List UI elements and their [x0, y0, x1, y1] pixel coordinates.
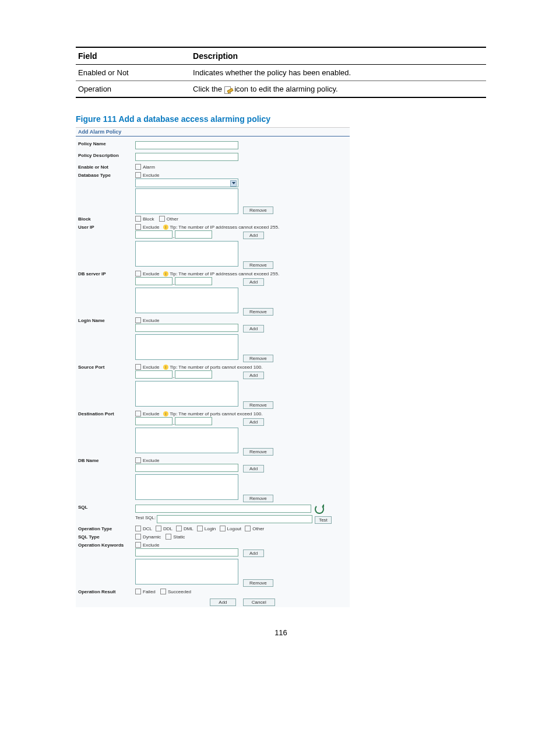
- block-other-checkbox[interactable]: [159, 216, 165, 222]
- label-db-server-ip: DB server IP: [76, 270, 133, 317]
- chevron-down-icon: [232, 182, 235, 184]
- op-kw-exclude-checkbox[interactable]: [135, 542, 141, 548]
- field-cell: Enabled or Not: [76, 65, 191, 81]
- chk-failed: Failed: [143, 589, 156, 594]
- source-port-to-input[interactable]: [175, 370, 212, 379]
- dynamic-checkbox[interactable]: [135, 534, 141, 540]
- optype-other-checkbox[interactable]: [245, 526, 251, 531]
- chk-succeeded: Succeeded: [168, 589, 191, 594]
- dest-port-exclude-checkbox[interactable]: [135, 411, 141, 416]
- label-dest-port: Destination Port: [76, 410, 133, 457]
- db-type-exclude-checkbox[interactable]: [135, 172, 141, 178]
- chk-exclude: Exclude: [143, 173, 159, 178]
- sql-input[interactable]: [135, 505, 311, 513]
- source-port-from-input[interactable]: [135, 370, 173, 379]
- label-login-name: Login Name: [76, 317, 133, 363]
- user-ip-add-button[interactable]: Add: [243, 232, 264, 239]
- login-name-list[interactable]: [135, 334, 238, 360]
- logout-checkbox[interactable]: [220, 526, 226, 531]
- chk-exclude: Exclude: [143, 542, 159, 548]
- chk-alarm: Alarm: [143, 164, 155, 170]
- desc-cell: Click the icon to edit the alarming poli…: [191, 81, 486, 98]
- chk-exclude: Exclude: [143, 365, 159, 370]
- test-sql-input[interactable]: [157, 515, 312, 523]
- label-sql-type: SQL Type: [76, 533, 133, 541]
- label-op-result: Operation Result: [76, 588, 133, 596]
- source-port-add-button[interactable]: Add: [243, 372, 264, 379]
- table-row: Enabled or Not Indicates whether the pol…: [76, 65, 486, 81]
- chk-exclude: Exclude: [143, 318, 159, 323]
- user-ip-from-input[interactable]: [135, 230, 173, 239]
- db-server-ip-to-input[interactable]: [175, 277, 212, 285]
- login-checkbox[interactable]: [197, 526, 203, 531]
- dest-port-add-button[interactable]: Add: [243, 418, 264, 426]
- db-name-add-button[interactable]: Add: [243, 465, 264, 473]
- table-row: Operation Click the icon to edit the ala…: [76, 81, 486, 98]
- db-server-ip-from-input[interactable]: [135, 277, 173, 285]
- test-button[interactable]: Test: [315, 516, 332, 524]
- form-add-button[interactable]: Add: [210, 598, 235, 606]
- login-name-input[interactable]: [135, 324, 238, 332]
- db-type-list[interactable]: [135, 188, 238, 214]
- tip-ip: Tip: The number of IP addresses cannot e…: [170, 225, 279, 230]
- db-server-ip-remove-button[interactable]: Remove: [243, 308, 273, 316]
- db-name-exclude-checkbox[interactable]: [135, 457, 141, 463]
- dest-port-remove-button[interactable]: Remove: [243, 448, 273, 456]
- source-port-remove-button[interactable]: Remove: [243, 401, 273, 409]
- chk-other: Other: [167, 216, 178, 222]
- field-description-table: Field Description Enabled or Not Indicat…: [76, 47, 486, 98]
- info-icon: i: [163, 411, 168, 416]
- dcl-checkbox[interactable]: [135, 526, 141, 531]
- label-policy-desc: Policy Description: [76, 152, 133, 163]
- alarm-checkbox[interactable]: [135, 164, 141, 170]
- user-ip-remove-button[interactable]: Remove: [243, 261, 273, 269]
- chk-dynamic: Dynamic: [143, 534, 161, 540]
- chk-dml: DML: [184, 526, 193, 531]
- dest-port-to-input[interactable]: [175, 417, 212, 425]
- label-source-port: Source Port: [76, 363, 133, 410]
- db-name-list[interactable]: [135, 474, 238, 500]
- static-checkbox[interactable]: [166, 534, 171, 540]
- chk-exclude: Exclude: [143, 458, 159, 463]
- dest-port-from-input[interactable]: [135, 417, 173, 425]
- dml-checkbox[interactable]: [176, 526, 182, 531]
- chk-logout: Logout: [227, 526, 241, 531]
- label-enable: Enable or Not: [76, 163, 133, 172]
- policy-desc-input[interactable]: [135, 153, 238, 161]
- op-kw-add-button[interactable]: Add: [243, 550, 264, 557]
- desc-cell: Indicates whether the policy has been en…: [191, 65, 486, 81]
- user-ip-list[interactable]: [135, 241, 238, 267]
- col-field: Field: [76, 47, 191, 65]
- succeeded-checkbox[interactable]: [160, 589, 166, 594]
- db-server-ip-add-button[interactable]: Add: [243, 278, 264, 286]
- db-type-remove-button[interactable]: Remove: [243, 206, 273, 214]
- chk-ddl: DDL: [163, 526, 173, 531]
- login-name-add-button[interactable]: Add: [243, 325, 264, 332]
- dest-port-list[interactable]: [135, 428, 238, 453]
- db-server-ip-exclude-checkbox[interactable]: [135, 271, 141, 276]
- op-kw-remove-button[interactable]: Remove: [243, 579, 273, 587]
- login-name-exclude-checkbox[interactable]: [135, 317, 141, 323]
- form-cancel-button[interactable]: Cancel: [243, 598, 275, 606]
- db-name-remove-button[interactable]: Remove: [243, 495, 273, 502]
- chk-block: Block: [143, 216, 154, 222]
- source-port-list[interactable]: [135, 381, 238, 407]
- policy-name-input[interactable]: [135, 141, 238, 149]
- ddl-checkbox[interactable]: [156, 526, 161, 531]
- source-port-exclude-checkbox[interactable]: [135, 364, 141, 370]
- user-ip-to-input[interactable]: [175, 230, 212, 239]
- user-ip-exclude-checkbox[interactable]: [135, 224, 141, 230]
- chk-login: Login: [205, 526, 216, 531]
- db-name-input[interactable]: [135, 464, 238, 472]
- chk-other: Other: [252, 526, 264, 531]
- block-checkbox[interactable]: [135, 216, 141, 222]
- db-type-select[interactable]: [135, 178, 238, 187]
- db-server-ip-list[interactable]: [135, 288, 238, 313]
- failed-checkbox[interactable]: [135, 589, 141, 594]
- chk-static: Static: [173, 534, 185, 540]
- form-title: Add Alarm Policy: [76, 128, 350, 136]
- login-name-remove-button[interactable]: Remove: [243, 355, 273, 362]
- reload-icon[interactable]: [315, 505, 324, 514]
- op-kw-list[interactable]: [135, 559, 238, 584]
- op-kw-input[interactable]: [135, 548, 238, 556]
